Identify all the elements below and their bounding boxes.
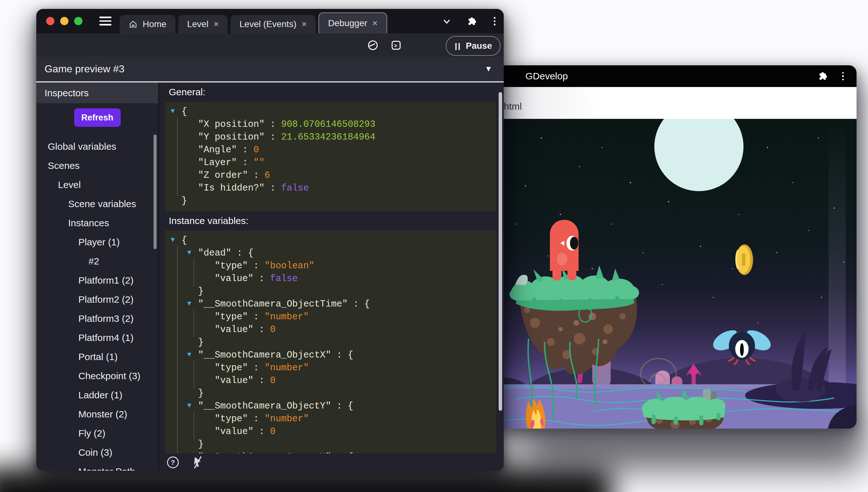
tree-item[interactable]: Platform2 (2) bbox=[36, 290, 158, 309]
game-window-title: GDevelop bbox=[525, 65, 568, 87]
profiler-icon[interactable] bbox=[367, 40, 378, 51]
code-line: ▼{ bbox=[165, 234, 496, 247]
inspector-detail-panel: General: ▼{"X position" : 908.0706146508… bbox=[159, 82, 504, 471]
maximize-window-button[interactable] bbox=[74, 17, 82, 25]
tree-item[interactable]: Instances bbox=[36, 214, 158, 232]
tree-item[interactable]: Fly (2) bbox=[36, 424, 158, 443]
tree-item[interactable]: Portal (1) bbox=[36, 347, 158, 366]
collapse-arrow-icon[interactable]: ▼ bbox=[186, 249, 193, 256]
window-shadow bbox=[0, 468, 611, 492]
code-line: } bbox=[165, 336, 496, 349]
code-line: "type" : "boolean" bbox=[165, 260, 496, 272]
desktop: GDevelop html bbox=[0, 0, 868, 492]
close-window-button[interactable] bbox=[46, 17, 54, 25]
tab-level[interactable]: Level× bbox=[178, 15, 228, 33]
debugger-content: Inspectors Refresh Global variablesScene… bbox=[36, 82, 504, 471]
game-canvas[interactable] bbox=[497, 119, 857, 428]
bottom-bar: ? bbox=[159, 453, 504, 471]
code-line: ▼"__SmoothCamera_ObjectY" : { bbox=[165, 400, 496, 413]
close-icon[interactable]: × bbox=[372, 19, 377, 28]
tree-item[interactable]: Platform3 (2) bbox=[36, 309, 158, 328]
code-line: "value" : false bbox=[165, 272, 496, 285]
extensions-icon[interactable] bbox=[468, 17, 477, 26]
tree-item[interactable]: Player (1) bbox=[36, 232, 158, 252]
inspectors-panel: Inspectors Refresh Global variablesScene… bbox=[36, 82, 158, 471]
tab-home[interactable]: Home bbox=[120, 15, 176, 33]
close-icon[interactable]: × bbox=[301, 20, 307, 29]
tab-label: Level (Events) bbox=[239, 19, 296, 29]
tree-item[interactable]: Platform4 (1) bbox=[36, 328, 158, 347]
extensions-icon[interactable] bbox=[819, 71, 828, 81]
tree-item[interactable]: Platform1 (2) bbox=[36, 271, 158, 290]
code-line: "Z order" : 6 bbox=[165, 169, 496, 182]
tree-item[interactable]: Checkpoint (3) bbox=[36, 366, 158, 386]
preview-title: Game preview #3 bbox=[45, 57, 125, 81]
tree-item[interactable]: Coin (3) bbox=[36, 443, 158, 462]
refresh-button[interactable]: Refresh bbox=[74, 108, 121, 127]
tree-item[interactable]: #2 bbox=[36, 252, 158, 271]
detail-scrollbar[interactable] bbox=[499, 92, 502, 411]
instance-variables-json: ▼{▼"dead" : {"type" : "boolean""value" :… bbox=[165, 230, 496, 453]
collapse-arrow-icon[interactable]: ▼ bbox=[186, 350, 193, 358]
menu-kebab-icon[interactable] bbox=[842, 70, 844, 82]
game-window-titlebar[interactable]: GDevelop bbox=[497, 65, 857, 87]
address-bar[interactable]: html bbox=[497, 87, 857, 119]
pause-icon bbox=[454, 41, 461, 51]
code-line: "X position" : 908.0706146508293 bbox=[165, 118, 496, 131]
tree-item[interactable]: Ladder (1) bbox=[36, 386, 158, 405]
inspectors-header: Inspectors bbox=[36, 82, 158, 103]
titlebar[interactable]: HomeLevel×Level (Events)×Debugger× bbox=[36, 9, 504, 33]
code-line: "Layer" : "" bbox=[165, 156, 496, 169]
code-line: "Is hidden?" : false bbox=[165, 182, 496, 195]
code-line: ▼{ bbox=[165, 105, 496, 118]
code-line: ▼"__SmoothCamera_ObjectX" : { bbox=[165, 349, 496, 362]
disable-picker-icon[interactable] bbox=[191, 456, 204, 469]
code-line: ▼"__SmoothCamera_ObjectTime" : { bbox=[165, 298, 496, 311]
console-icon[interactable]: > bbox=[391, 40, 401, 50]
fly-monster bbox=[710, 326, 774, 365]
collapse-arrow-icon[interactable]: ▼ bbox=[169, 236, 176, 243]
collapse-arrow-icon[interactable]: ▼ bbox=[169, 107, 176, 115]
tab-debugger[interactable]: Debugger× bbox=[318, 13, 387, 33]
code-line: "type" : "number" bbox=[165, 362, 496, 374]
tree-item[interactable]: Monster Path bbox=[36, 462, 158, 471]
general-section-title: General: bbox=[169, 82, 205, 102]
preview-selector[interactable]: Game preview #3 ▼ bbox=[36, 57, 504, 82]
help-icon[interactable]: ? bbox=[166, 456, 180, 469]
code-line: "value" : 0 bbox=[165, 323, 496, 336]
code-line: } bbox=[165, 387, 496, 400]
code-line: "value" : 0 bbox=[165, 425, 496, 438]
moon bbox=[654, 119, 743, 191]
code-line: "Angle" : 0 bbox=[165, 144, 496, 156]
tab-level-events-[interactable]: Level (Events)× bbox=[231, 15, 316, 33]
pause-button[interactable]: Pause bbox=[446, 36, 501, 56]
debugger-window: HomeLevel×Level (Events)×Debugger× > bbox=[36, 9, 504, 471]
tree-item[interactable]: Scenes bbox=[36, 156, 158, 175]
code-line: ▼"__SmoothCamera_CameraX" : { bbox=[165, 451, 496, 453]
tree-scrollbar[interactable] bbox=[154, 134, 157, 249]
close-icon[interactable]: × bbox=[214, 20, 219, 29]
tree-item[interactable]: Monster (2) bbox=[36, 405, 158, 424]
pause-label: Pause bbox=[466, 41, 492, 51]
collapse-arrow-icon[interactable]: ▼ bbox=[186, 299, 193, 307]
light-beam bbox=[828, 119, 846, 388]
code-line: "Y position" : 21.65334236184964 bbox=[165, 131, 496, 144]
tab-label: Level bbox=[187, 19, 209, 29]
collapse-arrow-icon[interactable]: ▼ bbox=[186, 401, 193, 409]
menu-kebab-icon[interactable] bbox=[494, 15, 496, 27]
home-icon bbox=[129, 20, 137, 29]
tree-item[interactable]: Global variables bbox=[36, 137, 158, 156]
window-shadow bbox=[525, 427, 863, 472]
minimize-window-button[interactable] bbox=[60, 17, 69, 25]
inspectors-title: Inspectors bbox=[45, 82, 88, 103]
dropdown-caret-icon[interactable]: ▼ bbox=[484, 64, 492, 73]
debugger-toolbar: > Pause bbox=[36, 33, 504, 57]
tree-item[interactable]: Level bbox=[36, 175, 158, 194]
game-preview-window: GDevelop html bbox=[497, 65, 857, 428]
main-menu-icon[interactable] bbox=[99, 17, 111, 26]
tree-item[interactable]: Scene variables bbox=[36, 194, 158, 214]
code-line: "value" : 0 bbox=[165, 374, 496, 387]
chevron-down-icon[interactable] bbox=[442, 17, 451, 26]
coin bbox=[736, 244, 753, 275]
code-line: "type" : "number" bbox=[165, 413, 496, 425]
